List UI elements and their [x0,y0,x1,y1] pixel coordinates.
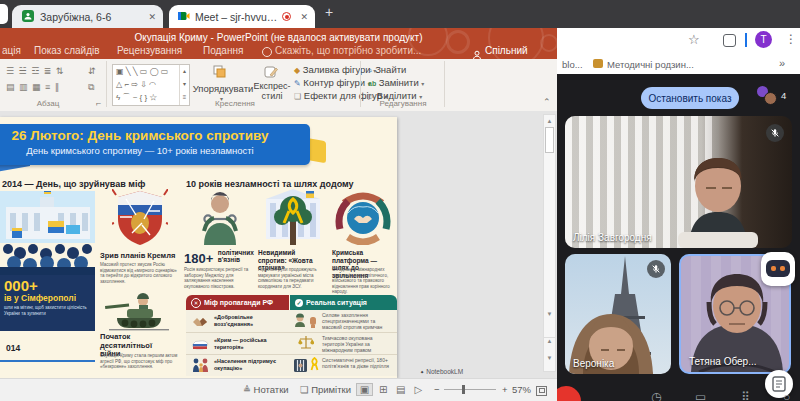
slide-title: 26 Лютого: День кримського спротиву [0,128,310,143]
bookmark-partial[interactable]: blo... [562,59,583,70]
quick-styles-icon [264,65,278,79]
ribbon-tab-slideshow[interactable]: Показ слайдів [34,45,100,56]
mic-off-icon [647,260,665,278]
zoom-slider[interactable] [444,389,496,390]
browser-toolbar: ☆ T ⋮ [557,28,800,54]
browser-tab-strip: Зарубіжна, 6-6 ✕ Meet – sjr-hvvu-dnh ✕ + [0,0,800,28]
quick-styles-button[interactable]: Експрес-стилі [252,81,292,101]
group-drawing-label: Креслення [200,99,270,108]
text-direction-icons[interactable]: ⇵ [88,66,97,76]
stat-big: 000+ [4,278,91,293]
arrange-icon [213,65,226,78]
stat-box: 000+ ів у Сімферополі шли на мітинг, щоб… [0,275,95,331]
video-tile-1[interactable]: Лілія Завгородня [565,116,792,248]
paint-bucket-icon: ◆ [294,66,300,75]
item3-text: Об'єднання міжнародних партнерів для пол… [332,267,394,295]
tab-meet-active[interactable]: Meet – sjr-hvvu-dnh ✕ [169,5,315,28]
bookmarks-bar: blo... Методичні родзин... » [557,54,800,75]
group-paragraph-label: Абзац [18,99,78,108]
notebooklm-watermark: ✦ NotebookLM [420,368,463,375]
pencil-icon: ✎ [294,79,301,88]
ribbon-tab-review[interactable]: Рецензування [117,45,182,56]
yellow-ribbon-illustration [262,189,324,245]
table-row: «Добровільне возз'єднання» Силове захопл… [186,310,397,333]
myth-header-cell: ✕ Міф пропаганди РФ [186,295,289,310]
new-tab-button[interactable]: + [325,4,333,20]
stop-presenting-button[interactable]: Остановить показ [641,87,739,109]
view-sorter-button[interactable]: ⊞ [376,384,391,395]
browser-menu-icon[interactable]: ⋮ [785,32,797,46]
leave-call-button[interactable] [557,386,581,401]
list-icons[interactable]: ☰ ☱ ☲ ≣ ⇅ [6,66,64,76]
gallery-scroll[interactable]: ▴▾≡ [179,65,189,105]
item1-title: політичних в'язнів [218,249,258,263]
protest-illustration [0,191,95,275]
tab-label: Зарубіжна, 6-6 [40,11,138,23]
notes-icon: ≜ [243,384,251,395]
shape-effects-icon: ❏ [294,92,301,101]
view-slideshow-button[interactable]: ▷ [411,384,426,395]
shapes-gallery[interactable]: ▣ ╲ ╲ ▭ ◯ ▭ △ ⌐ ⇨ ⇩ ◠ ϟ ⌒ ~ { } ☆ ▴▾≡ [112,64,190,106]
comments-button[interactable]: ❏ Примітки [300,384,351,395]
bookmark-item[interactable]: Методичні родзин... [607,59,707,70]
kremlin-text: Масовий протест змусив Росію відмовитися… [100,262,180,284]
participant-count: 4 [781,90,786,101]
collapse-ribbon-icon[interactable]: ⌃ [543,97,551,107]
bookmark-star-icon[interactable]: ☆ [688,32,700,47]
view-normal-button[interactable]: ▣ [356,383,373,396]
item1-text: Росія використовує репресії та заборону … [184,267,254,289]
share-button[interactable]: Спільний доступ [485,45,557,59]
arrange-button[interactable]: Упорядкувати [192,83,254,94]
fit-to-window-icon[interactable] [536,386,547,396]
participant-silhouette [658,144,778,248]
zoom-in-button[interactable]: + [502,384,508,395]
real-header-cell: ✓ Реальна ситуація [290,295,397,310]
dialog-launcher-icon[interactable]: ⌐ [96,98,102,108]
tell-me-box[interactable]: Скажіть, що потрібно зробити... [275,45,421,56]
view-reading-button[interactable]: ▤ [393,384,408,395]
slide-scrollbar[interactable]: ▲ ▼ ▲ ▼ [543,114,556,372]
close-icon[interactable]: ✕ [148,12,156,22]
magnifier-icon: ⌕ [368,66,372,75]
window-title: Окупація Криму - PowerPoint (не вдалося … [0,32,557,43]
crimea-map-icon [191,337,209,355]
clock-icon: ◷ [651,390,661,401]
timeline-line [0,360,95,362]
scroll-down-icon[interactable]: ▼ [544,311,555,317]
kremlin-crest-illustration [112,189,168,249]
scroll-thumb[interactable] [545,127,554,153]
ppt-status-bar: ≜ Нотатки ❏ Примітки ▣ ⊞ ▤ ▷ − + 57% [0,378,557,401]
participants-indicator[interactable]: 4 [757,86,793,108]
next-slide-icon[interactable]: ▼ [544,355,555,361]
tab-stub [0,4,8,24]
tank-illustration [103,293,173,331]
person-icon: ○ [783,390,790,401]
zoom-level[interactable]: 57% [512,384,531,395]
scroll-up-icon[interactable]: ▲ [544,115,555,127]
ribbon-tab-animation[interactable]: ація [2,45,21,56]
table-row: «Крим — російська територія» Тимчасово о… [186,333,397,355]
find-button[interactable]: ⌕ Знайти [368,64,424,77]
alignment-icons[interactable]: ▤ ▥ ▦ ≡ ∥ [6,82,60,92]
close-icon[interactable]: ✕ [300,12,308,22]
video-tile-2[interactable]: Вероніка [565,254,671,374]
zoom-out-button[interactable]: − [434,384,440,395]
zoom-slider-thumb[interactable] [462,385,465,394]
myth-text: «Добровільне возз'єднання» [214,314,284,327]
profile-avatar[interactable]: T [755,31,772,48]
bookmarks-overflow-icon[interactable]: » [779,57,785,69]
prev-slide-icon[interactable]: ▲ [544,337,555,344]
bot-extension-button[interactable] [761,252,795,286]
group-editing-label: Редагування [368,99,438,108]
stat-label: ів у Сімферополі [4,293,91,303]
tab-classroom[interactable]: Зарубіжна, 6-6 ✕ [12,5,163,28]
smartart-icon[interactable]: ⧉ [88,82,95,93]
replace-button[interactable]: ab Замінити ▾ [368,77,424,90]
participant-name: Тетяна Обер... [689,356,757,367]
extensions-icon[interactable] [723,34,736,47]
ribbon-tab-view[interactable]: Подання [203,45,243,56]
group-divider [444,61,445,107]
notes-button[interactable]: ≜ Нотатки [243,384,289,395]
myth-text: «Крим — російська територія» [214,337,284,350]
share-person-icon [472,46,482,59]
